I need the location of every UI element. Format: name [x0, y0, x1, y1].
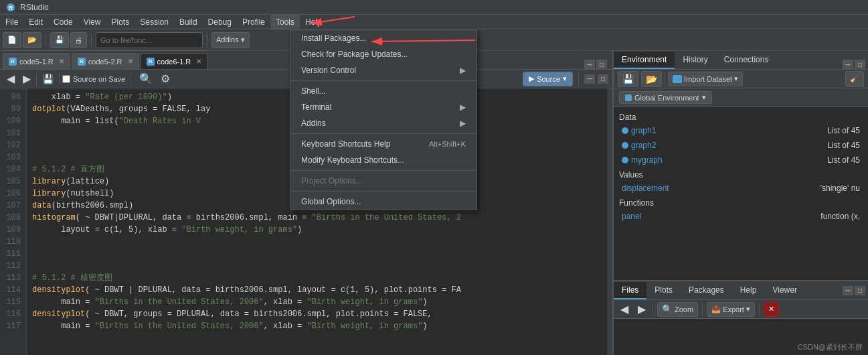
env-open-btn[interactable]: 📂 — [641, 71, 662, 87]
clear-console-btn[interactable]: 🧹 — [845, 71, 864, 87]
env-min-btn[interactable]: ─ — [843, 60, 853, 69]
tab-3-close[interactable]: ✕ — [196, 58, 201, 65]
env-tab-bar: Environment History Connections ─ □ — [614, 51, 868, 70]
menu-global-options[interactable]: Global Options... — [290, 194, 476, 210]
tab-2-close[interactable]: ✕ — [128, 58, 133, 65]
back-files-btn[interactable]: ◀ — [618, 301, 631, 317]
menu-session[interactable]: Session — [135, 15, 174, 29]
menu-view[interactable]: View — [78, 15, 106, 29]
forward-btn[interactable]: ▶ — [20, 71, 33, 86]
env-dot-graph1 — [622, 127, 628, 134]
import-arrow: ▾ — [734, 74, 738, 83]
menu-keyboard-shortcuts[interactable]: Keyboard Shortcuts Help Alt+Shift+K — [290, 136, 476, 152]
minimize-editor-btn[interactable]: ─ — [584, 60, 595, 69]
goto-input[interactable] — [96, 32, 203, 48]
project-options-label: Project Options... — [301, 176, 363, 186]
tab-viewer[interactable]: Viewer — [764, 282, 804, 299]
sep4 — [578, 73, 579, 85]
tab-connections[interactable]: Connections — [716, 52, 777, 69]
title-bar: R RStudio — [0, 0, 868, 15]
env-name-graph1: graph1 — [622, 125, 656, 137]
tab-history[interactable]: History — [675, 52, 715, 69]
source-btn[interactable]: ▶ Source ▾ — [523, 72, 573, 86]
editor-tab-1[interactable]: R code5-1.R ✕ — [3, 53, 70, 69]
menu-version-control[interactable]: Version Control ▶ — [290, 62, 476, 78]
env-row-graph1[interactable]: graph1 List of 45 — [619, 123, 863, 138]
print-icon: 🖨 — [75, 36, 82, 44]
separator-3 — [207, 33, 207, 47]
code-line-114: densityplot( ~ DBWT | DPLURAL, data = bi… — [32, 284, 602, 296]
env-row-mygraph[interactable]: mygraph List of 45 — [619, 153, 863, 167]
env-toolbar: 💾 📂 Import Dataset ▾ 🧹 — [614, 70, 868, 88]
menu-edit[interactable]: Edit — [23, 15, 48, 29]
format-btn[interactable]: ⚙ — [158, 71, 173, 86]
files-min-btn[interactable]: ─ — [843, 286, 853, 295]
editor-min-btn[interactable]: ─ — [584, 74, 595, 84]
menu-code[interactable]: Code — [48, 15, 78, 29]
save-editor-btn[interactable]: 💾 — [39, 72, 56, 86]
tab-2-label: code5-2.R — [88, 58, 122, 66]
back-btn[interactable]: ◀ — [4, 71, 17, 86]
env-value-panel: function (x, — [820, 210, 860, 222]
tab-1-close[interactable]: ✕ — [59, 58, 64, 65]
env-row-graph2[interactable]: graph2 List of 45 — [619, 138, 863, 153]
env-value-mygraph: List of 45 — [827, 154, 860, 166]
search-btn[interactable]: 🔍 — [137, 71, 155, 86]
zoom-btn[interactable]: 🔍 Zoom — [657, 302, 698, 317]
menu-modify-shortcuts[interactable]: Modify Keyboard Shortcuts... — [290, 152, 476, 168]
save-btn[interactable]: 💾 — [50, 32, 69, 48]
environment-panel: Environment History Connections ─ □ 💾 📂 … — [614, 51, 868, 281]
menu-addins[interactable]: Addins ▶ — [290, 115, 476, 131]
open-file-btn[interactable]: 📂 — [23, 32, 41, 48]
source-label: ▶ — [529, 74, 534, 83]
code-line-117: main = "Births in the United States, 200… — [32, 320, 602, 332]
maximize-editor-btn[interactable]: □ — [596, 60, 607, 69]
forward-files-btn[interactable]: ▶ — [635, 301, 648, 317]
print-btn[interactable]: 🖨 — [70, 32, 87, 48]
env-row-panel[interactable]: panel function (x, — [619, 209, 863, 224]
addins-btn[interactable]: Addins ▾ — [211, 32, 250, 48]
env-content: Data graph1 List of 45 graph2 List of 45… — [614, 107, 868, 226]
menu-profile[interactable]: Profile — [237, 15, 270, 29]
tab-environment[interactable]: Environment — [614, 52, 675, 69]
global-env-btn[interactable]: Global Environment ▾ — [619, 91, 712, 104]
new-file-icon: 📄 — [7, 36, 17, 44]
menu-build[interactable]: Build — [174, 15, 203, 29]
menu-plots[interactable]: Plots — [106, 15, 135, 29]
tab-1-label: code5-1.R — [19, 58, 54, 66]
menu-shell[interactable]: Shell... — [290, 83, 476, 99]
env-max-btn[interactable]: □ — [855, 60, 865, 69]
menu-install-packages[interactable]: Install Packages... — [290, 30, 476, 46]
export-btn[interactable]: 📤 Export ▾ — [707, 302, 755, 317]
tab-packages[interactable]: Packages — [681, 282, 732, 299]
sep-4 — [290, 191, 476, 192]
separator-2 — [91, 33, 92, 47]
tab-plots[interactable]: Plots — [646, 282, 681, 299]
menu-debug[interactable]: Debug — [203, 15, 237, 29]
editor-tab-3[interactable]: R code6-1.R ✕ — [141, 53, 208, 69]
source-on-save-label[interactable]: Source on Save — [62, 75, 125, 83]
env-save-btn[interactable]: 💾 — [618, 71, 638, 87]
import-dataset-btn[interactable]: Import Dataset ▾ — [668, 72, 743, 86]
files-toolbar: ◀ ▶ 🔍 Zoom 📤 Export ▾ ✕ — [614, 300, 868, 319]
tab-files[interactable]: Files — [614, 282, 646, 299]
menu-help[interactable]: Help — [300, 15, 327, 29]
svg-text:R: R — [9, 5, 13, 11]
menu-terminal[interactable]: Terminal ▶ — [290, 99, 476, 115]
sep — [665, 73, 665, 85]
editor-tab-2[interactable]: R code5-2.R ✕ — [72, 53, 139, 69]
sep2 — [59, 73, 60, 85]
menu-file[interactable]: File — [0, 15, 23, 29]
editor-scrollbar[interactable] — [607, 88, 612, 355]
files-max-btn[interactable]: □ — [855, 286, 865, 295]
editor-max-btn[interactable]: □ — [598, 74, 608, 84]
env-row-displacement[interactable]: displacement 'shingle' nu — [619, 181, 863, 196]
zoom-label: Zoom — [675, 305, 693, 313]
menu-check-updates[interactable]: Check for Package Updates... — [290, 46, 476, 62]
delete-plot-btn[interactable]: ✕ — [764, 302, 779, 317]
tab-help[interactable]: Help — [732, 282, 765, 299]
new-file-btn[interactable]: 📄 — [3, 32, 21, 48]
menu-tools[interactable]: Tools — [270, 15, 300, 29]
source-on-save-checkbox[interactable] — [62, 75, 70, 83]
values-section-label: Values — [619, 170, 863, 180]
